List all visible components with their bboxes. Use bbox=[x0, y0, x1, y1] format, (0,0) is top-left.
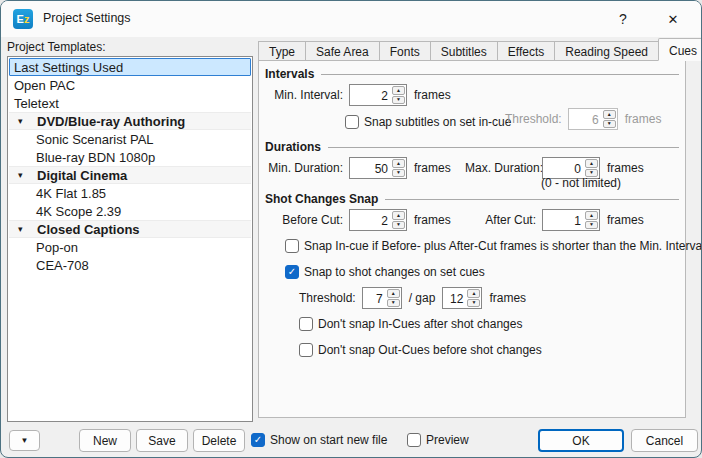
spin-up-icon[interactable]: ▲ bbox=[467, 289, 480, 298]
app-icon: Ez bbox=[13, 9, 33, 29]
delete-button[interactable]: Delete bbox=[193, 429, 245, 452]
interval-threshold-label: Threshold: bbox=[505, 112, 562, 126]
unit-label: frames bbox=[489, 291, 526, 305]
dont-snap-incues-label: Don't snap In-Cues after shot changes bbox=[318, 317, 522, 331]
template-list[interactable]: Last Settings Used Open PAC Teletext ▾DV… bbox=[7, 56, 253, 422]
spin-up-icon[interactable]: ▲ bbox=[392, 211, 405, 220]
list-item-teletext[interactable]: Teletext bbox=[9, 94, 251, 112]
max-duration-label: Max. Duration: bbox=[465, 161, 536, 175]
shot-threshold-input[interactable]: 7 bbox=[363, 288, 386, 308]
spin-down-icon[interactable]: ▼ bbox=[387, 299, 400, 308]
min-interval-input[interactable]: 2 bbox=[350, 85, 391, 105]
check-icon: ✓ bbox=[288, 267, 296, 277]
preview-checkbox[interactable]: ✓ bbox=[407, 433, 421, 447]
dont-snap-outcues-checkbox-row[interactable]: ✓ Don't snap Out-Cues before shot change… bbox=[299, 341, 542, 359]
before-cut-input[interactable]: 2 bbox=[350, 210, 391, 230]
list-item-4k-scope[interactable]: 4K Scope 2.39 bbox=[9, 202, 251, 220]
group-divider bbox=[385, 199, 679, 200]
new-button[interactable]: New bbox=[79, 429, 131, 452]
list-group-label: Closed Captions bbox=[37, 222, 140, 237]
tab-cues[interactable]: Cues bbox=[658, 38, 702, 61]
max-duration-input[interactable]: 0 bbox=[543, 158, 584, 178]
show-on-start-checkbox[interactable]: ✓ bbox=[251, 433, 265, 447]
tab-safe-area[interactable]: Safe Area bbox=[305, 41, 380, 61]
list-item-bluray-bdn-1080p[interactable]: Blue-ray BDN 1080p bbox=[9, 148, 251, 166]
spin-up-icon[interactable]: ▲ bbox=[585, 211, 598, 220]
list-item-cea-708[interactable]: CEA-708 bbox=[9, 256, 251, 274]
spin-down-icon[interactable]: ▼ bbox=[585, 221, 598, 230]
dont-snap-incues-checkbox-row[interactable]: ✓ Don't snap In-Cues after shot changes bbox=[299, 315, 522, 333]
shot-threshold-row: Threshold: 7 ▲▼ / gap 12 ▲▼ frames bbox=[299, 287, 526, 309]
shot-threshold-spinner: 7 ▲▼ bbox=[362, 287, 402, 309]
unit-label: frames bbox=[414, 161, 451, 175]
list-item-4k-flat[interactable]: 4K Flat 1.85 bbox=[9, 184, 251, 202]
min-interval-spinner: 2 ▲▼ bbox=[349, 84, 407, 106]
help-button[interactable]: ? bbox=[601, 1, 645, 37]
preview-checkbox-row[interactable]: ✓ Preview bbox=[407, 431, 469, 449]
list-group-closed-captions[interactable]: ▾Closed Captions bbox=[9, 220, 251, 238]
before-cut-label: Before Cut: bbox=[267, 213, 343, 227]
interval-threshold-row: Threshold: 6 ▲▼ frames bbox=[505, 108, 661, 130]
preview-label: Preview bbox=[426, 433, 469, 447]
list-item-last-settings-used[interactable]: Last Settings Used bbox=[9, 58, 251, 76]
dont-snap-outcues-label: Don't snap Out-Cues before shot changes bbox=[318, 343, 542, 357]
unit-label: frames bbox=[625, 112, 662, 126]
snap-on-set-incue-label: Snap subtitles on set in-cue bbox=[364, 115, 511, 129]
spin-down-icon[interactable]: ▼ bbox=[392, 96, 405, 105]
spin-up-icon[interactable]: ▲ bbox=[585, 159, 598, 168]
tab-fonts[interactable]: Fonts bbox=[379, 41, 431, 61]
unit-label: frames bbox=[414, 213, 451, 227]
close-button[interactable]: ✕ bbox=[651, 1, 695, 37]
snap-incue-if-checkbox[interactable]: ✓ bbox=[285, 239, 299, 253]
snap-to-shot-changes-checkbox-row[interactable]: ✓ Snap to shot changes on set cues bbox=[285, 263, 485, 281]
cancel-button[interactable]: Cancel bbox=[631, 429, 698, 452]
after-cut-input[interactable]: 1 bbox=[543, 210, 584, 230]
check-icon: ✓ bbox=[254, 435, 262, 445]
spin-up-icon[interactable]: ▲ bbox=[392, 159, 405, 168]
spin-down-icon[interactable]: ▼ bbox=[392, 221, 405, 230]
collapse-arrow-icon[interactable]: ▾ bbox=[18, 224, 30, 234]
gap-label: / gap bbox=[409, 291, 436, 305]
dont-snap-outcues-checkbox[interactable]: ✓ bbox=[299, 343, 313, 357]
after-cut-spinner: 1 ▲▼ bbox=[542, 209, 600, 231]
collapse-arrow-icon[interactable]: ▾ bbox=[18, 116, 30, 126]
snap-to-shot-changes-checkbox[interactable]: ✓ bbox=[285, 265, 299, 279]
ok-button[interactable]: OK bbox=[538, 429, 624, 452]
spin-down-icon[interactable]: ▼ bbox=[392, 169, 405, 178]
show-on-start-label: Show on start new file bbox=[270, 433, 387, 447]
shot-threshold-label: Threshold: bbox=[299, 291, 356, 305]
list-group-digital-cinema[interactable]: ▾Digital Cinema bbox=[9, 166, 251, 184]
titlebar: Ez Project Settings ? ✕ bbox=[1, 1, 701, 37]
list-item-open-pac[interactable]: Open PAC bbox=[9, 76, 251, 94]
app-icon-letter-z: z bbox=[24, 13, 30, 25]
snap-on-set-incue-checkbox[interactable]: ✓ bbox=[345, 115, 359, 129]
collapse-arrow-icon[interactable]: ▾ bbox=[18, 170, 30, 180]
max-duration-note: (0 - not limited) bbox=[541, 176, 621, 190]
spin-up-icon[interactable]: ▲ bbox=[392, 86, 405, 95]
min-interval-label: Min. Interval: bbox=[267, 88, 343, 102]
tab-type[interactable]: Type bbox=[258, 41, 306, 61]
show-on-start-checkbox-row[interactable]: ✓ Show on start new file bbox=[251, 431, 387, 449]
snap-on-set-incue-checkbox-row[interactable]: ✓ Snap subtitles on set in-cue bbox=[345, 113, 511, 131]
list-item-sonic-scenarist-pal[interactable]: Sonic Scenarist PAL bbox=[9, 130, 251, 148]
save-button[interactable]: Save bbox=[136, 429, 188, 452]
spin-up-icon[interactable]: ▲ bbox=[387, 289, 400, 298]
group-divider bbox=[321, 74, 679, 75]
unit-label: frames bbox=[607, 213, 644, 227]
intervals-group-header: Intervals bbox=[265, 67, 679, 81]
snap-incue-if-checkbox-row[interactable]: ✓ Snap In-cue if Before- plus After-Cut … bbox=[285, 237, 702, 255]
min-duration-input[interactable]: 50 bbox=[350, 158, 391, 178]
list-group-label: Digital Cinema bbox=[37, 168, 127, 183]
template-menu-button[interactable]: ▼ bbox=[9, 430, 40, 451]
gap-spinner: 12 ▲▼ bbox=[442, 287, 482, 309]
gap-input[interactable]: 12 bbox=[443, 288, 466, 308]
tab-effects[interactable]: Effects bbox=[497, 41, 555, 61]
spin-down-icon[interactable]: ▼ bbox=[467, 299, 480, 308]
list-group-dvd-bluray[interactable]: ▾DVD/Blue-ray Authoring bbox=[9, 112, 251, 130]
dont-snap-incues-checkbox[interactable]: ✓ bbox=[299, 317, 313, 331]
tab-reading-speed[interactable]: Reading Speed bbox=[554, 41, 659, 61]
min-duration-label: Min. Duration: bbox=[267, 161, 343, 175]
spin-up-icon: ▲ bbox=[603, 110, 616, 119]
tab-subtitles[interactable]: Subtitles bbox=[430, 41, 498, 61]
list-item-pop-on[interactable]: Pop-on bbox=[9, 238, 251, 256]
